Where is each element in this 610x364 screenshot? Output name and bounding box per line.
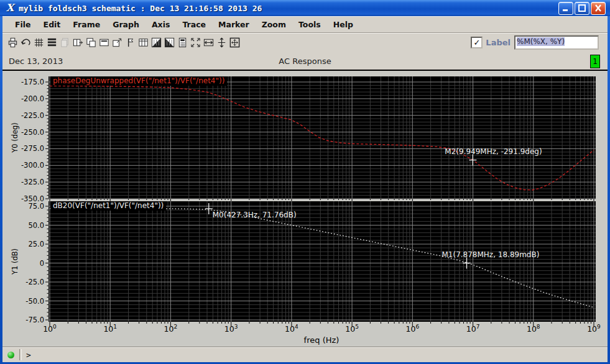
toolbar: ✓ Label %M(%X, %Y) — [2, 32, 608, 52]
x11-logo-icon: X — [4, 2, 16, 14]
y-axis-ticks — [45, 82, 49, 199]
y-tick-label: 50.0 — [28, 221, 44, 230]
y-tick-label: 25.0 — [28, 240, 44, 248]
menu-graph[interactable]: Graph — [106, 18, 146, 31]
x-tick-label: 109 — [585, 324, 603, 334]
label-checkbox[interactable]: ✓ — [471, 37, 483, 48]
check-mark-icon: ✓ — [473, 39, 480, 47]
label-format-value: %M(%X, %Y) — [517, 37, 565, 46]
x-tick-label: 101 — [101, 324, 119, 334]
menu-edit[interactable]: Edit — [37, 18, 67, 31]
y-tick-label: -75.0 — [25, 316, 44, 324]
table-icon[interactable] — [137, 35, 150, 50]
window-number-badge[interactable]: 1 — [590, 55, 600, 68]
y-tick-label: -50.0 — [25, 297, 44, 306]
menu-zoom[interactable]: Zoom — [256, 18, 292, 31]
plot-header: Dec 13, 2013 AC Response 1 — [2, 52, 608, 70]
x-tick-label: 103 — [222, 324, 241, 334]
y-tick-label: -200.0 — [21, 94, 44, 103]
window-title: mylib foldsch3 schematic : Dec 13 21:16:… — [19, 4, 262, 13]
split-strip-icon[interactable] — [72, 35, 85, 50]
menu-tools[interactable]: Tools — [292, 18, 327, 31]
delete-subwindow-icon[interactable] — [98, 35, 111, 50]
y-tick-label: -225.0 — [21, 111, 44, 120]
y-tick-label: -175.0 — [21, 78, 44, 86]
update-mode-icon[interactable] — [150, 35, 163, 50]
x-tick-label: 105 — [343, 324, 361, 334]
menu-trace[interactable]: Trace — [176, 18, 212, 31]
marker-label: M1(7.878MHz, 18.89mdB) — [441, 250, 539, 259]
x-tick-label: 100 — [40, 324, 59, 334]
fit-x-icon[interactable] — [202, 35, 215, 50]
x-tick-label: 106 — [403, 324, 422, 334]
menu-frame[interactable]: Frame — [67, 18, 106, 31]
x-axis-ticks — [50, 322, 594, 326]
y-tick-label: 75.0 — [28, 202, 44, 211]
minimize-button[interactable] — [558, 2, 573, 15]
menu-marker[interactable]: Marker — [212, 18, 256, 31]
y-tick-label: -250.0 — [21, 128, 44, 137]
menu-axis[interactable]: Axis — [146, 18, 176, 31]
label-format-input[interactable]: %M(%X, %Y) — [514, 35, 599, 50]
window-controls — [558, 2, 606, 15]
y-tick-label: -25.0 — [25, 278, 44, 286]
fit-icon[interactable] — [189, 35, 202, 50]
y-tick-label: 0 — [40, 259, 44, 268]
x-tick-label: 108 — [524, 324, 543, 334]
x-tick-label: 102 — [161, 324, 180, 334]
x-tick-label: 107 — [464, 324, 483, 334]
plot-canvas-1[interactable] — [49, 201, 596, 322]
application-window: X mylib foldsch3 schematic : Dec 13 21:1… — [0, 0, 610, 364]
menubar: File Edit Frame Graph Axis Trace Marker … — [2, 16, 608, 32]
menu-help[interactable]: Help — [327, 18, 359, 31]
y-axis-name: Y1 (dB) — [11, 248, 19, 275]
plot-region: -175.0-200.0-225.0-250.0-275.0-300.0-325… — [2, 70, 608, 348]
y-tick-label: -300.0 — [21, 161, 44, 170]
strip-chart-icon[interactable] — [45, 35, 58, 50]
x-axis-label: freq (Hz) — [293, 335, 349, 345]
grid-icon[interactable] — [32, 35, 45, 50]
y-axis-ticks — [45, 206, 49, 320]
plot-title: AC Response — [2, 57, 608, 66]
trace-label-magnitude[interactable]: dB20(VF("/net1")/VF("/net4")) — [50, 201, 166, 211]
statusbar: > — [2, 347, 608, 362]
fit-y-icon[interactable] — [215, 35, 228, 50]
statusbar-divider — [19, 349, 22, 360]
copy-icon — [58, 35, 72, 50]
titlebar[interactable]: X mylib foldsch3 schematic : Dec 13 21:1… — [0, 0, 610, 16]
fit-window-icon[interactable] — [228, 35, 241, 50]
calculator-icon[interactable] — [176, 35, 189, 50]
trace-label-phase[interactable]: phaseDegUnwrapped(VF("/net1")/VF("/net4"… — [50, 76, 227, 86]
x-tick-label: 104 — [282, 324, 301, 334]
new-subwindow-icon[interactable] — [85, 35, 98, 50]
vertical-marker-icon[interactable] — [124, 35, 137, 50]
marker-label: M0(427.3Hz, 71.76dB) — [213, 211, 297, 219]
command-prompt[interactable]: > — [26, 350, 31, 360]
maximize-button[interactable] — [575, 2, 589, 15]
label-checkbox-label: Label — [486, 38, 511, 47]
marker-label: M2(9.949MHz, -291.9deg) — [445, 147, 542, 156]
y-axis-name: Y0 (deg) — [11, 122, 19, 153]
close-button[interactable] — [591, 2, 606, 15]
y-tick-label: -275.0 — [21, 144, 44, 153]
menu-file[interactable]: File — [9, 18, 37, 31]
y-tick-label: -325.0 — [21, 178, 44, 186]
plot-canvas-0[interactable] — [49, 76, 596, 199]
refresh-mode-icon[interactable] — [163, 35, 176, 50]
status-led-icon — [7, 352, 14, 358]
undo-icon[interactable] — [19, 35, 32, 50]
print-icon[interactable] — [6, 35, 19, 50]
pop-out-subwindow-icon[interactable] — [111, 35, 124, 50]
